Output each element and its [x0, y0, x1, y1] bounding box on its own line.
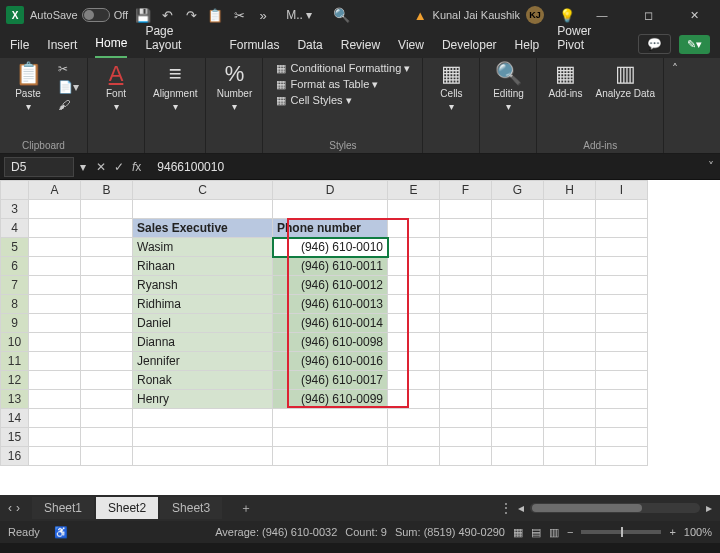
select-all-corner[interactable] [1, 181, 29, 200]
cell-H7[interactable] [544, 276, 596, 295]
cell-A14[interactable] [29, 409, 81, 428]
zoom-level[interactable]: 100% [684, 526, 712, 538]
cell-E8[interactable] [388, 295, 440, 314]
row-header-11[interactable]: 11 [1, 352, 29, 371]
cell-B12[interactable] [81, 371, 133, 390]
cell-E7[interactable] [388, 276, 440, 295]
cell-H11[interactable] [544, 352, 596, 371]
cell-I3[interactable] [596, 200, 648, 219]
cell-B3[interactable] [81, 200, 133, 219]
cell-D8[interactable]: (946) 610-0013 [273, 295, 388, 314]
cell-C5[interactable]: Wasim [133, 238, 273, 257]
cell-I13[interactable] [596, 390, 648, 409]
minimize-button[interactable]: — [582, 9, 622, 21]
sheet-options-icon[interactable]: ⋮ [500, 501, 512, 515]
col-header-I[interactable]: I [596, 181, 648, 200]
cell-G6[interactable] [492, 257, 544, 276]
cell-I9[interactable] [596, 314, 648, 333]
cell-B11[interactable] [81, 352, 133, 371]
number-button[interactable]: % Number▾ [214, 62, 254, 112]
cell-H6[interactable] [544, 257, 596, 276]
cell-A3[interactable] [29, 200, 81, 219]
cell-E14[interactable] [388, 409, 440, 428]
cell-H16[interactable] [544, 447, 596, 466]
cell-A10[interactable] [29, 333, 81, 352]
more-icon[interactable]: » [254, 8, 272, 23]
cell-D3[interactable] [273, 200, 388, 219]
cell-B9[interactable] [81, 314, 133, 333]
tab-insert[interactable]: Insert [47, 38, 77, 58]
enter-formula-icon[interactable]: ✓ [114, 160, 124, 174]
cell-E15[interactable] [388, 428, 440, 447]
cell-F7[interactable] [440, 276, 492, 295]
cell-F3[interactable] [440, 200, 492, 219]
row-header-16[interactable]: 16 [1, 447, 29, 466]
cell-G8[interactable] [492, 295, 544, 314]
cell-E12[interactable] [388, 371, 440, 390]
cell-G10[interactable] [492, 333, 544, 352]
cell-H14[interactable] [544, 409, 596, 428]
cell-D5[interactable]: (946) 610-0010 [273, 238, 388, 257]
cell-G5[interactable] [492, 238, 544, 257]
view-normal-icon[interactable]: ▦ [513, 526, 523, 539]
cell-D11[interactable]: (946) 610-0016 [273, 352, 388, 371]
lightbulb-icon[interactable]: 💡 [558, 8, 576, 23]
analyze-button[interactable]: ▥ Analyze Data [595, 62, 654, 99]
ribbon-collapse[interactable]: ˄ [664, 58, 686, 153]
cell-H3[interactable] [544, 200, 596, 219]
cell-D14[interactable] [273, 409, 388, 428]
search-icon[interactable]: 🔍 [333, 7, 350, 23]
sheet-nav-next-icon[interactable]: › [16, 501, 20, 515]
cell-H4[interactable] [544, 219, 596, 238]
editing-button[interactable]: 🔍 Editing▾ [488, 62, 528, 112]
alignment-button[interactable]: ≡ Alignment▾ [153, 62, 197, 112]
accessibility-icon[interactable]: ♿ [54, 526, 68, 539]
cell-A11[interactable] [29, 352, 81, 371]
cell-B13[interactable] [81, 390, 133, 409]
zoom-out-icon[interactable]: − [567, 526, 573, 538]
row-header-14[interactable]: 14 [1, 409, 29, 428]
cells-button[interactable]: ▦ Cells▾ [431, 62, 471, 112]
cell-E10[interactable] [388, 333, 440, 352]
addins-button[interactable]: ▦ Add-ins [545, 62, 585, 99]
redo-icon[interactable]: ↷ [182, 8, 200, 23]
col-header-C[interactable]: C [133, 181, 273, 200]
maximize-button[interactable]: ◻ [628, 9, 668, 22]
comments-button[interactable]: 💬 [638, 34, 671, 54]
cell-H5[interactable] [544, 238, 596, 257]
row-header-4[interactable]: 4 [1, 219, 29, 238]
scroll-left-icon[interactable]: ◂ [518, 501, 524, 515]
col-header-E[interactable]: E [388, 181, 440, 200]
doc-title[interactable]: M.. ▾ [286, 8, 312, 22]
cell-C3[interactable] [133, 200, 273, 219]
cell-C14[interactable] [133, 409, 273, 428]
row-header-12[interactable]: 12 [1, 371, 29, 390]
cell-E4[interactable] [388, 219, 440, 238]
cell-H8[interactable] [544, 295, 596, 314]
row-header-7[interactable]: 7 [1, 276, 29, 295]
cell-B14[interactable] [81, 409, 133, 428]
cell-D7[interactable]: (946) 610-0012 [273, 276, 388, 295]
zoom-in-icon[interactable]: + [669, 526, 675, 538]
warning-icon[interactable]: ▲ [414, 8, 427, 23]
tab-developer[interactable]: Developer [442, 38, 497, 58]
cell-A5[interactable] [29, 238, 81, 257]
cell-C7[interactable]: Ryansh [133, 276, 273, 295]
tab-review[interactable]: Review [341, 38, 380, 58]
col-header-A[interactable]: A [29, 181, 81, 200]
cell-G14[interactable] [492, 409, 544, 428]
row-header-6[interactable]: 6 [1, 257, 29, 276]
cell-D16[interactable] [273, 447, 388, 466]
cell-B16[interactable] [81, 447, 133, 466]
tab-help[interactable]: Help [515, 38, 540, 58]
cell-I11[interactable] [596, 352, 648, 371]
cell-I10[interactable] [596, 333, 648, 352]
cell-H10[interactable] [544, 333, 596, 352]
cell-I12[interactable] [596, 371, 648, 390]
cell-B8[interactable] [81, 295, 133, 314]
row-header-10[interactable]: 10 [1, 333, 29, 352]
cut-icon[interactable]: ✂ [230, 8, 248, 23]
copy-icon[interactable]: 📄▾ [58, 80, 79, 94]
sheet-nav-prev-icon[interactable]: ‹ [8, 501, 12, 515]
view-pagebreak-icon[interactable]: ▥ [549, 526, 559, 539]
